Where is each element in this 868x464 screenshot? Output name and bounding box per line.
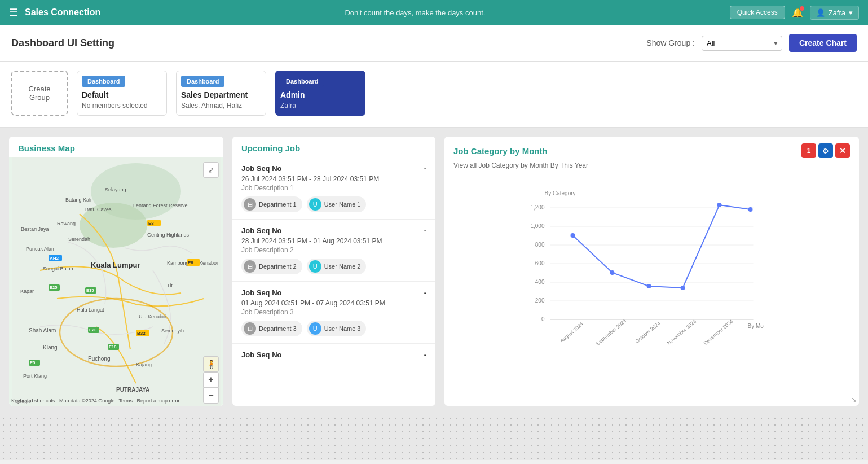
dashboard-badge-admin: Dashboard [280, 76, 324, 87]
chart-line [573, 205, 751, 288]
job-seq-3: Job Seq No - [241, 288, 426, 297]
svg-text:Port Klang: Port Klang [23, 373, 47, 379]
chart-point-4 [681, 286, 685, 290]
svg-text:B32: B32 [137, 331, 146, 336]
sub-header: Dashboard UI Setting Show Group : All De… [0, 25, 868, 62]
group-select-wrapper: All Default Sales Department Admin [702, 36, 782, 51]
dashboard-card-sales[interactable]: Dashboard Sales Department Sales, Ahmad,… [176, 71, 266, 116]
job-seq-label-3: Job Seq No [241, 288, 282, 297]
svg-text:Kuala Lumpur: Kuala Lumpur [91, 261, 140, 269]
bottom-area [0, 415, 868, 460]
group-select[interactable]: All Default Sales Department Admin [702, 36, 782, 51]
job-seq-4: Job Seq No - [241, 351, 426, 359]
svg-text:200: 200 [535, 297, 545, 304]
dashboard-subtitle-sales: Sales, Ahmad, Hafiz [177, 100, 266, 114]
dept-label-3: Department 3 [259, 325, 297, 332]
svg-text:Genting Highlands: Genting Highlands [147, 232, 190, 238]
svg-text:E8: E8 [148, 221, 154, 226]
dashboard-card-admin[interactable]: Dashboard Admin Zafra [275, 71, 365, 116]
quick-access-button[interactable]: Quick Access [730, 6, 785, 19]
svg-text:600: 600 [535, 260, 545, 266]
map-attribution: Keyboard shortcuts Map data ©2024 Google… [11, 398, 180, 404]
svg-text:1,200: 1,200 [530, 204, 544, 211]
business-map-title: Business Map [9, 137, 223, 157]
job-desc-1: Job Description 1 [241, 184, 426, 192]
job-item-3: Job Seq No - 01 Aug 2024 03:51 PM - 07 A… [232, 282, 435, 344]
groups-row: Create Group Dashboard Default No member… [0, 62, 868, 128]
dept-icon-1: ⊞ [244, 198, 256, 211]
job-dept-tag-1: ⊞ Department 1 [241, 196, 302, 212]
map-zoom-out-button[interactable]: − [203, 388, 219, 404]
svg-text:Ulu Kenaboi: Ulu Kenaboi [139, 314, 166, 319]
app-title: Sales Connection [25, 7, 100, 17]
top-nav: ☰ Sales Connection Don't count the days,… [0, 0, 868, 25]
chart-point-3 [647, 284, 651, 288]
job-tags-2: ⊞ Department 2 U User Name 2 [241, 259, 426, 274]
bell-icon[interactable]: 🔔 [792, 7, 803, 18]
job-dept-tag-3: ⊞ Department 3 [241, 321, 302, 336]
svg-text:PUTRAJAYA: PUTRAJAYA [116, 387, 149, 393]
user-name: Zafra [829, 8, 845, 17]
map-container: Kuala Lumpur Shah Alam Klang Puchong Por… [9, 157, 223, 406]
job-category-panel: Job Category by Month 1 ⚙ ✕ View all Job… [444, 137, 859, 406]
dashboard-title-sales: Sales Department [177, 89, 266, 100]
job-date-1: 26 Jul 2024 03:51 PM - 28 Jul 2024 03:51… [241, 175, 426, 183]
chart-panel-header: Job Category by Month 1 ⚙ ✕ [444, 137, 859, 160]
svg-text:E35: E35 [86, 288, 94, 293]
map-expand-button[interactable]: ⤢ [203, 162, 219, 178]
hamburger-icon[interactable]: ☰ [9, 6, 18, 19]
map-person-button[interactable]: 🧍 [203, 356, 219, 372]
chart-num-button[interactable]: 1 [801, 143, 816, 158]
svg-text:Semenyih: Semenyih [161, 328, 184, 334]
create-chart-button[interactable]: Create Chart [789, 34, 857, 52]
chart-point-5 [717, 203, 722, 207]
svg-text:0: 0 [541, 316, 545, 322]
svg-text:AH2: AH2 [50, 256, 59, 261]
user-menu-button[interactable]: 👤 Zafra ▾ [810, 6, 859, 20]
job-seq-2: Job Seq No - [241, 226, 426, 235]
job-item-1: Job Seq No - 26 Jul 2024 03:51 PM - 28 J… [232, 157, 435, 220]
svg-text:By Category: By Category [545, 190, 576, 196]
svg-text:September 2024: September 2024 [595, 318, 627, 346]
svg-text:Hulu Langat: Hulu Langat [77, 307, 104, 313]
resize-handle[interactable]: ↘ [851, 396, 857, 404]
svg-text:Rawang: Rawang [57, 221, 76, 226]
dept-icon-3: ⊞ [244, 322, 256, 335]
job-date-2: 28 Jul 2024 03:51 PM - 01 Aug 2024 03:51… [241, 237, 426, 245]
job-user-tag-1: U User Name 1 [307, 196, 367, 212]
svg-text:By Mo: By Mo [748, 323, 764, 329]
dashboard-badge-sales: Dashboard [181, 76, 224, 87]
upcoming-job-title: Upcoming Job [232, 137, 435, 157]
job-desc-2: Job Description 2 [241, 246, 426, 254]
dept-icon-2: ⊞ [244, 260, 256, 273]
tagline: Don't count the days, make the days coun… [107, 8, 722, 17]
dashboard-subtitle-default: No members selected [77, 100, 166, 114]
svg-text:Shah Alam: Shah Alam [29, 327, 56, 334]
svg-text:Batang Kali: Batang Kali [65, 197, 91, 203]
job-desc-3: Job Description 3 [241, 308, 426, 316]
user-label-3: User Name 3 [324, 325, 361, 332]
chart-subtitle: View all Job Category by Month By This Y… [444, 160, 859, 174]
svg-text:Kajang: Kajang [136, 362, 152, 367]
dashboard-subtitle-admin: Zafra [276, 100, 365, 114]
map-svg: Kuala Lumpur Shah Alam Klang Puchong Por… [9, 157, 223, 406]
svg-text:400: 400 [535, 279, 545, 285]
svg-text:800: 800 [535, 242, 545, 248]
job-dept-tag-2: ⊞ Department 2 [241, 259, 302, 274]
job-user-tag-3: U User Name 3 [307, 321, 367, 336]
svg-text:Tit...: Tit... [167, 283, 177, 288]
svg-text:E18: E18 [109, 344, 116, 349]
job-item-2: Job Seq No - 28 Jul 2024 03:51 PM - 01 A… [232, 220, 435, 282]
map-zoom-in-button[interactable]: + [203, 372, 219, 388]
create-group-card[interactable]: Create Group [11, 71, 68, 116]
user-label-1: User Name 1 [324, 201, 361, 208]
chart-close-button[interactable]: ✕ [835, 143, 850, 158]
sub-header-right: Show Group : All Default Sales Departmen… [646, 34, 857, 52]
user-label-2: User Name 2 [324, 263, 361, 270]
job-seq-dash-2: - [424, 226, 426, 235]
svg-text:Puncak Alam: Puncak Alam [26, 246, 56, 252]
chart-gear-button[interactable]: ⚙ [818, 143, 833, 158]
job-seq-label-1: Job Seq No [241, 164, 282, 173]
nav-right: Quick Access 🔔 👤 Zafra ▾ [730, 6, 859, 20]
dashboard-card-default[interactable]: Dashboard Default No members selected [77, 71, 167, 116]
